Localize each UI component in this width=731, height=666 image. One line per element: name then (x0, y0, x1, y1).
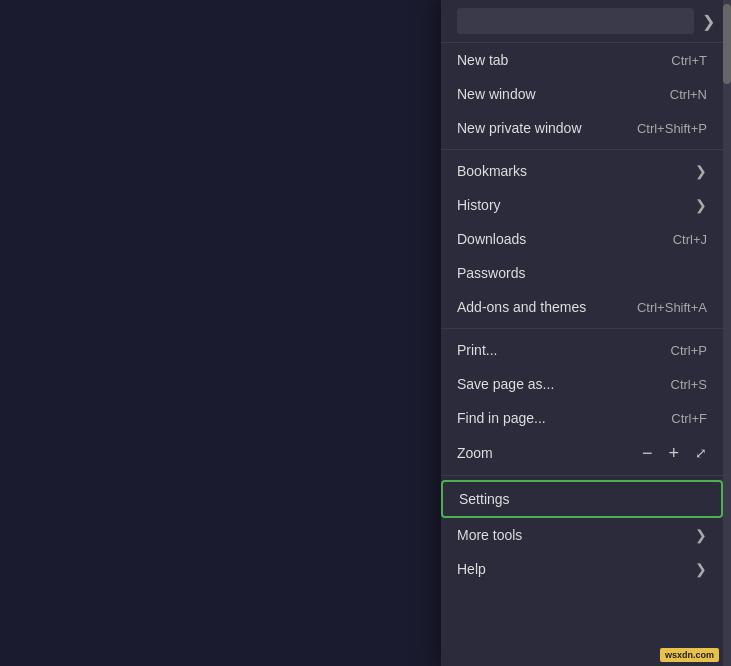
history-label: History (457, 197, 501, 213)
menu-item-history[interactable]: History ❯ (441, 188, 723, 222)
new-tab-shortcut: Ctrl+T (671, 53, 707, 68)
menu-item-settings[interactable]: Settings (441, 480, 723, 518)
menu-item-downloads[interactable]: Downloads Ctrl+J (441, 222, 723, 256)
save-page-label: Save page as... (457, 376, 554, 392)
menu-item-print[interactable]: Print... Ctrl+P (441, 333, 723, 367)
menu-item-find-in-page[interactable]: Find in page... Ctrl+F (441, 401, 723, 435)
menu-items-container: New tab Ctrl+T New window Ctrl+N New pri… (441, 43, 731, 666)
menu-item-passwords[interactable]: Passwords (441, 256, 723, 290)
passwords-label: Passwords (457, 265, 525, 281)
zoom-out-button[interactable]: − (642, 444, 653, 462)
menu-item-new-window[interactable]: New window Ctrl+N (441, 77, 723, 111)
more-tools-arrow-icon: ❯ (695, 527, 707, 543)
scrollbar[interactable] (723, 0, 731, 666)
zoom-in-button[interactable]: + (668, 444, 679, 462)
menu-item-help[interactable]: Help ❯ (441, 552, 723, 586)
print-shortcut: Ctrl+P (671, 343, 707, 358)
save-page-shortcut: Ctrl+S (671, 377, 707, 392)
menu-item-zoom: Zoom − + ⤢ (441, 435, 723, 471)
new-window-label: New window (457, 86, 536, 102)
forward-chevron-icon[interactable]: ❯ (702, 12, 715, 31)
find-in-page-label: Find in page... (457, 410, 546, 426)
history-arrow-icon: ❯ (695, 197, 707, 213)
menu-item-bookmarks[interactable]: Bookmarks ❯ (441, 154, 723, 188)
more-tools-label: More tools (457, 527, 522, 543)
menu-item-new-tab[interactable]: New tab Ctrl+T (441, 43, 723, 77)
scrollbar-thumb[interactable] (723, 4, 731, 84)
new-window-shortcut: Ctrl+N (670, 87, 707, 102)
print-label: Print... (457, 342, 497, 358)
menu-item-save-page[interactable]: Save page as... Ctrl+S (441, 367, 723, 401)
zoom-controls: − + ⤢ (642, 444, 707, 462)
zoom-label: Zoom (457, 445, 642, 461)
watermark-badge: wsxdn.com (660, 648, 719, 662)
divider-1 (441, 149, 723, 150)
bookmarks-label: Bookmarks (457, 163, 527, 179)
menu-item-new-private-window[interactable]: New private window Ctrl+Shift+P (441, 111, 723, 145)
downloads-shortcut: Ctrl+J (673, 232, 707, 247)
addons-label: Add-ons and themes (457, 299, 586, 315)
new-tab-label: New tab (457, 52, 508, 68)
browser-menu: ❯ New tab Ctrl+T New window Ctrl+N New p… (441, 0, 731, 666)
zoom-expand-icon[interactable]: ⤢ (695, 445, 707, 461)
help-arrow-icon: ❯ (695, 561, 707, 577)
new-private-window-shortcut: Ctrl+Shift+P (637, 121, 707, 136)
bookmarks-arrow-icon: ❯ (695, 163, 707, 179)
menu-item-addons[interactable]: Add-ons and themes Ctrl+Shift+A (441, 290, 723, 324)
url-bar-area (457, 8, 694, 34)
find-in-page-shortcut: Ctrl+F (671, 411, 707, 426)
divider-2 (441, 328, 723, 329)
new-private-window-label: New private window (457, 120, 582, 136)
addons-shortcut: Ctrl+Shift+A (637, 300, 707, 315)
downloads-label: Downloads (457, 231, 526, 247)
menu-item-more-tools[interactable]: More tools ❯ (441, 518, 723, 552)
divider-3 (441, 475, 723, 476)
settings-label: Settings (459, 491, 510, 507)
menu-top-bar: ❯ (441, 0, 731, 43)
help-label: Help (457, 561, 486, 577)
